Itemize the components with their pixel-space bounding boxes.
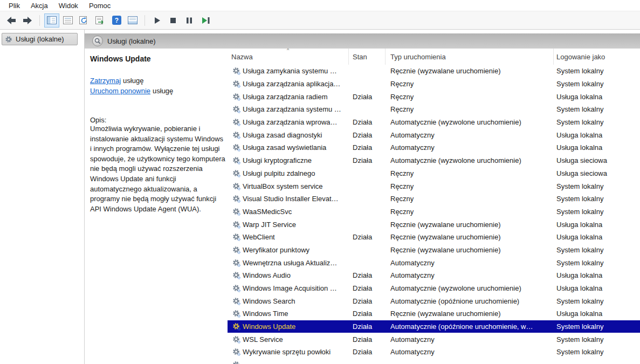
service-gear-icon xyxy=(232,105,240,113)
service-logon-as: System lokalny xyxy=(554,118,640,126)
back-button[interactable] xyxy=(4,13,19,28)
service-gear-icon xyxy=(232,195,240,203)
service-row[interactable]: Windows Time Działa Ręcznie (wyzwalane u… xyxy=(228,307,640,320)
service-description: Umożliwia wykrywanie, pobieranie i insta… xyxy=(90,124,226,214)
services-banner: Usługi (lokalne) xyxy=(85,33,640,49)
service-row[interactable]: Usługa zasad diagnostyki Działa Automaty… xyxy=(228,128,640,141)
service-startup-type: Automatycznie (wyzwolone uruchomienie) xyxy=(386,118,554,126)
column-header-logowanie-jako[interactable]: Logowanie jako xyxy=(554,49,640,65)
service-name: Windows Audio xyxy=(243,271,291,279)
column-header-label: Logowanie jako xyxy=(556,53,605,61)
menu-item-pomoc[interactable]: Pomoc xyxy=(84,1,116,11)
service-state: Działa xyxy=(349,233,386,241)
service-logon-as: Usługa lokalna xyxy=(554,271,640,279)
service-row[interactable]: WSL Service Działa Automatyczny System l… xyxy=(228,333,640,346)
service-row[interactable]: Usługi pulpitu zdalnego Ręczny Usługa si… xyxy=(228,167,640,180)
service-gear-icon xyxy=(232,271,240,279)
menu-item-akcja[interactable]: Akcja xyxy=(25,1,53,11)
service-row[interactable]: Weryfikator punktowy Ręcznie (wyzwalane … xyxy=(228,244,640,257)
help-button[interactable]: ? xyxy=(109,13,124,28)
restart-service-button[interactable] xyxy=(198,13,213,28)
service-name: Usługa zarządzania radiem xyxy=(243,93,328,101)
services-list: ^ Nazwa Stan Typ uruchomienia Logowanie … xyxy=(228,49,640,364)
help-icon: ? xyxy=(112,16,121,25)
refresh-button[interactable] xyxy=(77,13,92,28)
service-gear-icon xyxy=(232,246,240,254)
service-row[interactable]: Usługa zarządzania radiem Działa Ręczny … xyxy=(228,90,640,103)
service-row[interactable]: Warp JIT Service Ręcznie (wyzwalane uruc… xyxy=(228,218,640,231)
service-row[interactable]: Usługa zarządzania systemu … Ręczny Syst… xyxy=(228,103,640,116)
service-gear-icon xyxy=(232,322,240,331)
export-list-button[interactable] xyxy=(93,13,108,28)
column-header-label: Stan xyxy=(353,53,367,61)
toolbar-separator xyxy=(144,15,145,26)
service-row[interactable]: Windows Search Działa Automatycznie (opó… xyxy=(228,294,640,307)
extended-view-button[interactable] xyxy=(125,13,140,28)
stop-service-link[interactable]: Zatrzymaj xyxy=(90,77,121,85)
show-console-tree-button[interactable] xyxy=(44,13,59,28)
service-startup-type: Ręczny xyxy=(386,169,554,177)
service-state: Działa xyxy=(349,335,386,344)
service-state: Działa xyxy=(349,118,386,126)
column-header-label: Typ uruchomienia xyxy=(390,53,446,61)
properties-button[interactable] xyxy=(60,13,75,28)
service-row[interactable]: VirtualBox system service Ręczny System … xyxy=(228,180,640,193)
service-gear-icon xyxy=(232,182,240,190)
service-logon-as: System lokalny xyxy=(554,335,640,344)
service-gear-icon xyxy=(232,143,240,152)
service-startup-type: Ręcznie (wyzwalane uruchomienie) xyxy=(386,310,554,318)
service-row[interactable] xyxy=(228,359,640,364)
column-header-typ-uruchomienia[interactable]: Typ uruchomienia xyxy=(386,49,554,65)
service-logon-as: System lokalny xyxy=(554,259,640,267)
service-startup-type: Automatycznie (opóźnione uruchomienie, w… xyxy=(386,322,554,331)
start-service-button[interactable] xyxy=(149,13,164,28)
column-header-nazwa[interactable]: ^ Nazwa xyxy=(228,49,349,65)
services-snapin-icon xyxy=(5,36,12,43)
service-logon-as: System lokalny xyxy=(554,182,640,190)
service-row[interactable]: Visual Studio Installer Elevat… Ręczny S… xyxy=(228,193,640,205)
service-row[interactable]: Wykrywanie sprzętu powłoki Działa Automa… xyxy=(228,346,640,359)
service-name: Usługa zarządzania systemu … xyxy=(243,105,341,113)
service-row[interactable]: Usługi kryptograficzne Działa Automatycz… xyxy=(228,154,640,167)
service-rows: Usługa zamykania systemu … Ręcznie (wyzw… xyxy=(228,65,640,364)
service-row[interactable]: Windows Update Działa Automatycznie (opó… xyxy=(228,320,640,333)
service-startup-type: Automatyczny xyxy=(386,348,554,356)
forward-button[interactable] xyxy=(20,13,35,28)
service-name: Usługa zamykania systemu … xyxy=(243,67,337,75)
service-row[interactable]: Usługa zarządzania wprowa… Działa Automa… xyxy=(228,116,640,129)
service-row[interactable]: Usługa zamykania systemu … Ręcznie (wyzw… xyxy=(228,65,640,78)
service-name: Visual Studio Installer Elevat… xyxy=(243,195,339,203)
stop-service-button[interactable] xyxy=(166,13,181,28)
column-header-stan[interactable]: Stan xyxy=(349,49,386,65)
service-row[interactable]: Usługa zasad wyświetlania Działa Automat… xyxy=(228,141,640,154)
restart-service-link[interactable]: Uruchom ponownie xyxy=(90,87,150,95)
service-gear-icon xyxy=(232,335,240,344)
service-state: Działa xyxy=(349,156,386,164)
service-gear-icon xyxy=(232,67,240,75)
export-list-icon xyxy=(95,16,105,25)
service-name: Usługa zarządzania wprowa… xyxy=(243,118,338,126)
pause-service-button[interactable] xyxy=(182,13,197,28)
column-headers: ^ Nazwa Stan Typ uruchomienia Logowanie … xyxy=(228,49,640,65)
service-startup-type: Automatyczny xyxy=(386,259,554,267)
service-logon-as: Usługa lokalna xyxy=(554,221,640,229)
stop-service-suffix: usługę xyxy=(123,77,143,85)
menu-item-plik[interactable]: Plik xyxy=(3,1,25,11)
service-logon-as: Usługa sieciowa xyxy=(554,169,640,177)
service-state: Działa xyxy=(349,131,386,139)
service-state: Działa xyxy=(349,297,386,305)
details-pane: Windows Update Zatrzymajusługę Uruchom p… xyxy=(85,49,228,364)
service-row[interactable]: Windows Audio Działa Automatyczny Usługa… xyxy=(228,269,640,282)
toolbar: ? xyxy=(0,11,640,30)
stop-service-line: Zatrzymajusługę xyxy=(90,75,221,86)
service-row[interactable]: WebClient Działa Ręcznie (wyzwalane uruc… xyxy=(228,231,640,244)
service-row[interactable]: Windows Image Acquisition … Działa Autom… xyxy=(228,282,640,295)
service-row[interactable]: Usługa zarządzania aplikacja… Ręczny Sys… xyxy=(228,78,640,91)
service-logon-as: Usługa lokalna xyxy=(554,284,640,292)
service-name: Warp JIT Service xyxy=(243,221,296,229)
service-row[interactable]: Wewnętrzna usługa Aktualiz… Automatyczny… xyxy=(228,256,640,269)
service-row[interactable]: WaaSMedicSvc Ręczny System lokalny xyxy=(228,205,640,218)
tree-item-uslugi-lokalne[interactable]: Usługi (lokalne) xyxy=(2,33,78,45)
restart-service-line: Uruchom ponownieusługę xyxy=(90,86,221,96)
menu-item-widok[interactable]: Widok xyxy=(53,1,84,11)
